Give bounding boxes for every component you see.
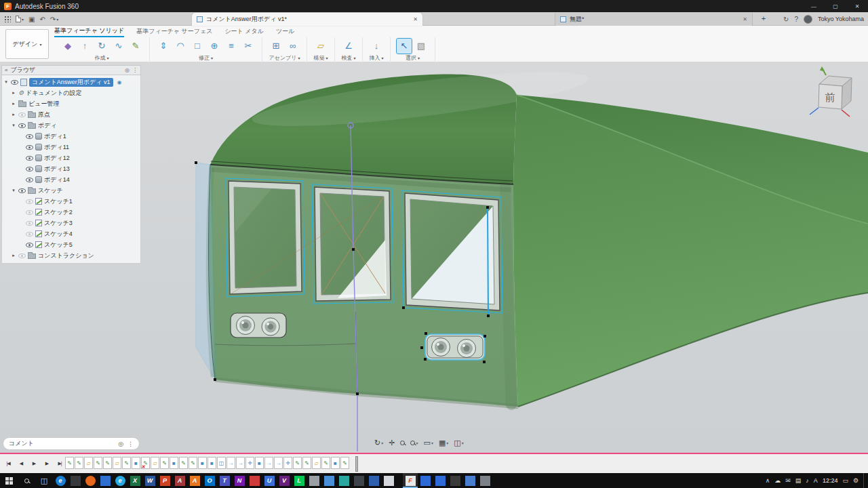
ribbon-tab[interactable]: 基準フィーチャ ソリッド (54, 26, 124, 37)
visibility-eye-icon[interactable] (26, 199, 33, 204)
taskbar-window-gray-1[interactable] (477, 473, 492, 488)
expand-arrow-icon[interactable]: ▸ (11, 90, 16, 96)
visibility-eye-icon[interactable] (26, 243, 33, 247)
create-form-icon[interactable]: ◆ (60, 39, 75, 54)
timeline-feature-arrow[interactable]: → (236, 457, 245, 469)
job-status-icon[interactable]: ↻ (783, 16, 789, 23)
help-icon[interactable]: ? (794, 16, 798, 23)
ribbon-tab[interactable]: 基準フィーチャ サーフェス (136, 27, 212, 36)
browser-item[interactable]: ▾ボディ (2, 120, 140, 131)
browser-item[interactable]: ▾コメントAnswer用ボディ v1◉ (2, 77, 140, 87)
timeline-feature-extrude[interactable]: ■ (132, 457, 140, 469)
timeline-feature-move[interactable]: ✛ (283, 457, 292, 469)
document-tab[interactable]: コメントAnswer用ボディ v1*✕ (192, 13, 422, 26)
offset-face-icon[interactable]: ≡ (224, 39, 239, 54)
expand-arrow-icon[interactable]: ▸ (11, 253, 16, 258)
start-button[interactable] (0, 473, 18, 488)
viewport-3d[interactable]: 前 « ブラウザ ◎ ⋮ ▾コメントAnswer用ボディ v1◉▸⚙ドキュメント… (0, 62, 868, 453)
taskbar-window-fusion[interactable]: F (403, 473, 418, 488)
taskbar-app-excel[interactable]: X (127, 473, 142, 488)
collapse-arrow-icon[interactable]: ▾ (11, 188, 16, 193)
timeline-feature-arrow[interactable]: → (264, 457, 273, 469)
visibility-eye-icon[interactable] (26, 156, 33, 161)
timeline-feature-plane[interactable]: ▱ (113, 457, 121, 469)
timeline-feature-sketch[interactable]: ✎ (94, 457, 102, 469)
extrude-icon[interactable]: ↑ (77, 39, 92, 54)
toolbar-group-label[interactable]: 検査▾ (341, 54, 355, 62)
collapse-panel-icon[interactable]: « (5, 67, 7, 73)
selection-filter-icon[interactable]: ▧ (414, 39, 429, 54)
timeline-feature-mirror[interactable]: ◫ (217, 457, 226, 469)
visibility-eye-icon[interactable] (18, 188, 26, 193)
timeline-feature-sketch[interactable]: ✎ (65, 457, 74, 469)
ribbon-tab[interactable]: ツール (276, 27, 294, 36)
taskbar-app-line[interactable]: L (292, 473, 307, 488)
minimize-button[interactable]: — (803, 0, 825, 12)
taskbar-window-dark-1[interactable] (448, 473, 462, 488)
display-settings-icon[interactable]: ◎ (125, 67, 130, 73)
browser-item[interactable]: スケッチ2 (2, 207, 140, 218)
browser-item[interactable]: スケッチ5 (2, 239, 140, 250)
onedrive-icon[interactable]: ☁ (774, 477, 781, 484)
combine-icon[interactable]: ⊕ (207, 39, 222, 54)
comment-grip-icon[interactable]: ⋮ (127, 441, 134, 447)
timeline-position-marker[interactable] (355, 456, 358, 472)
taskbar-app-visual-studio[interactable]: V (277, 473, 292, 488)
task-view-button[interactable]: ◫ (35, 473, 53, 488)
display-icon[interactable]: ▤ (795, 477, 802, 484)
grid-settings-button[interactable]: ▦▾ (439, 439, 448, 447)
construction-plane-icon[interactable]: ▱ (313, 39, 328, 54)
timeline-feature-arrow[interactable]: → (226, 457, 235, 469)
browser-item[interactable]: ▾スケッチ (2, 185, 140, 196)
taskbar-app-access[interactable]: A (172, 473, 187, 488)
step-forward-button[interactable]: ▶ (41, 458, 52, 468)
mail-icon[interactable]: ✉ (785, 477, 791, 484)
timeline-feature-plane[interactable]: ▱ (84, 457, 93, 469)
taskbar-app-outlook[interactable]: O (202, 473, 217, 488)
taskbar-app-onenote[interactable]: N (232, 473, 247, 488)
active-document-icon[interactable]: ◉ (117, 79, 122, 85)
taskbar-app-gray-1[interactable] (307, 473, 321, 488)
viewcube-front-label[interactable]: 前 (825, 92, 835, 103)
timeline-feature-extrude[interactable]: ■ (208, 457, 216, 469)
step-back-button[interactable]: ◀ (16, 458, 26, 468)
timeline-feature-extrude[interactable]: ■ (198, 457, 207, 469)
go-to-end-button[interactable]: ▶| (54, 458, 65, 468)
browser-item[interactable]: ボディ12 (2, 152, 140, 163)
timeline-feature-sketch[interactable]: ✎ (160, 457, 169, 469)
browser-item[interactable]: ボディ1 (2, 131, 140, 142)
taskbar-app-powerpoint[interactable]: P (157, 473, 172, 488)
visibility-eye-icon[interactable] (26, 221, 33, 226)
user-avatar[interactable] (804, 15, 812, 24)
comment-panel[interactable]: コメント ◎ ⋮ (3, 437, 140, 450)
timeline-feature-sketch[interactable]: ✎ (122, 457, 131, 469)
taskbar-app-dark-2[interactable] (351, 473, 366, 488)
timeline-feature-sketch[interactable]: ✎ (103, 457, 112, 469)
shell-icon[interactable]: □ (190, 39, 205, 54)
visibility-eye-icon[interactable] (18, 123, 26, 128)
timeline-feature-sketch[interactable]: ✎ (321, 457, 330, 469)
taskbar-search-button[interactable] (18, 473, 35, 488)
timeline-feature-sketch[interactable]: ✎ (179, 457, 188, 469)
browser-item[interactable]: ▸原点 (2, 109, 140, 120)
timeline-feature-sketch[interactable]: ✎ (189, 457, 197, 469)
maximize-button[interactable]: ▢ (825, 0, 846, 12)
taskbar-app-red-1[interactable] (247, 473, 262, 488)
ribbon-tab[interactable]: シート メタル (224, 27, 264, 36)
taskbar-app-blue-1[interactable] (98, 473, 113, 488)
split-body-icon[interactable]: ✂ (241, 39, 256, 54)
insert-icon[interactable]: ↓ (369, 39, 384, 54)
toolbar-group-label[interactable]: 挿入▾ (369, 54, 383, 62)
taskbar-app-orange-a[interactable]: A (187, 473, 202, 488)
taskbar-window-blue-1[interactable] (418, 473, 433, 488)
timeline-feature-extrude[interactable]: ■ (170, 457, 178, 469)
browser-item[interactable]: スケッチ4 (2, 228, 140, 239)
taskbar-app-dark-1[interactable] (68, 473, 83, 488)
visibility-eye-icon[interactable] (18, 253, 26, 258)
taskbar-app-blue-2[interactable]: U (262, 473, 277, 488)
expand-arrow-icon[interactable]: ▸ (11, 112, 16, 117)
timeline-feature-move[interactable]: ✛ (245, 457, 254, 469)
timeline-feature-sketch[interactable]: ✎✕ (141, 457, 150, 469)
taskbar-app-edge[interactable]: e (53, 473, 68, 488)
viewports-button[interactable]: ◫▾ (454, 439, 463, 447)
